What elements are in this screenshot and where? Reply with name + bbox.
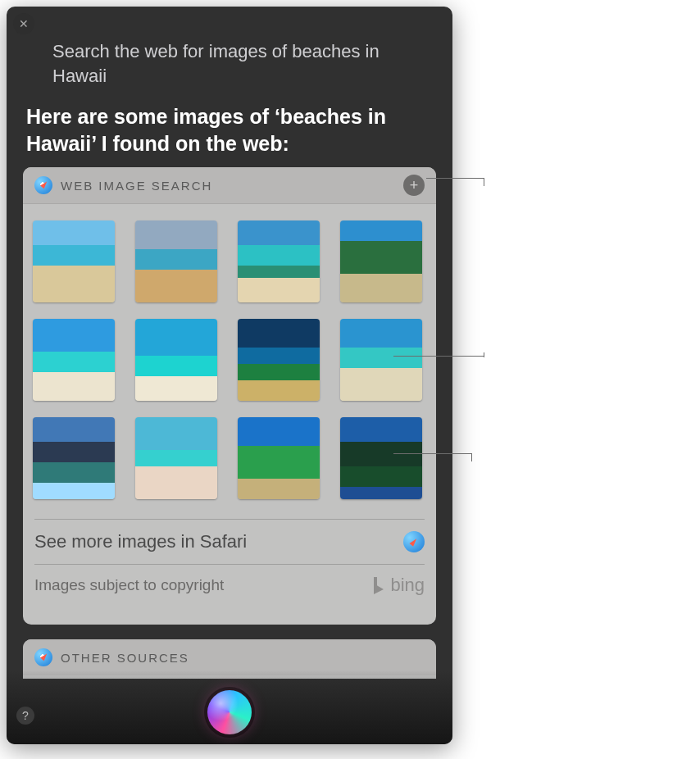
pin-result-button[interactable]: + <box>403 175 425 196</box>
safari-icon <box>34 176 52 194</box>
callout-line <box>426 178 484 179</box>
image-result[interactable] <box>135 319 217 401</box>
siri-reply-text: Here are some images of ‘beaches in Hawa… <box>26 103 395 157</box>
image-result[interactable] <box>33 417 115 499</box>
callout-line <box>393 356 484 357</box>
image-result[interactable] <box>135 220 217 302</box>
see-more-label: See more images in Safari <box>34 531 247 552</box>
card-title: OTHER SOURCES <box>61 651 189 665</box>
image-result[interactable] <box>238 220 320 302</box>
close-button[interactable]: ✕ <box>13 13 34 34</box>
bing-word: bing <box>390 575 425 596</box>
image-result[interactable] <box>135 417 217 499</box>
image-result[interactable] <box>340 417 422 499</box>
image-result[interactable] <box>33 220 115 302</box>
image-result[interactable] <box>238 417 320 499</box>
bing-logo: bing <box>372 575 425 596</box>
bing-mark-icon <box>372 576 387 594</box>
user-query-text: Search the web for images of beaches in … <box>52 39 403 88</box>
safari-open-icon[interactable] <box>403 531 425 552</box>
close-icon: ✕ <box>19 17 29 30</box>
siri-panel: ✕ Search the web for images of beaches i… <box>7 7 452 744</box>
callout-line <box>393 453 471 454</box>
plus-icon: + <box>410 177 419 194</box>
image-result[interactable] <box>33 319 115 401</box>
image-results-grid <box>23 204 436 504</box>
card-header: WEB IMAGE SEARCH + <box>23 167 436 204</box>
siri-orb-button[interactable] <box>207 690 252 734</box>
image-result[interactable] <box>238 319 320 401</box>
safari-icon <box>34 648 52 666</box>
copyright-text: Images subject to copyright <box>34 576 224 594</box>
web-image-search-card: WEB IMAGE SEARCH + See mor <box>23 167 436 625</box>
help-icon: ? <box>22 709 29 722</box>
help-button[interactable]: ? <box>16 707 34 725</box>
see-more-row[interactable]: See more images in Safari <box>34 519 425 564</box>
image-result[interactable] <box>340 319 422 401</box>
copyright-row: Images subject to copyright bing <box>34 564 425 607</box>
image-result[interactable] <box>340 220 422 302</box>
card-title: WEB IMAGE SEARCH <box>61 179 212 193</box>
